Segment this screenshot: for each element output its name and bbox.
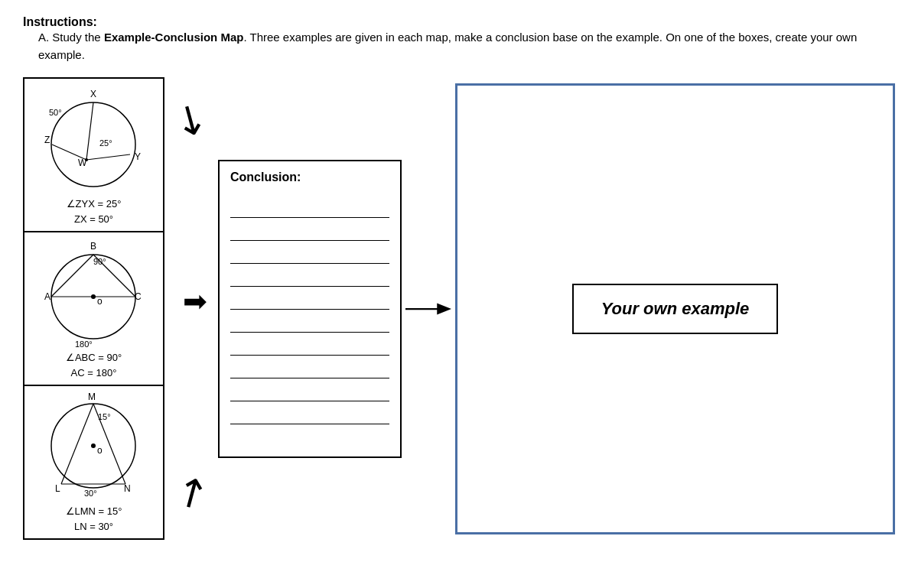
svg-text:o: o <box>97 296 103 307</box>
conclusion-line <box>230 355 389 356</box>
svg-text:180°: 180° <box>75 339 93 348</box>
big-arrow-right <box>402 297 455 320</box>
conclusion-line <box>230 401 389 401</box>
example-2-label2: AC = 180° <box>31 365 157 381</box>
svg-text:A: A <box>44 291 50 302</box>
big-arrow-svg <box>405 297 451 320</box>
conclusion-line <box>230 240 389 241</box>
conclusion-line <box>230 217 389 218</box>
circle-3: M L N o 15° 30° <box>38 391 149 502</box>
svg-text:o: o <box>97 445 103 456</box>
example-box-3: M L N o 15° 30° <box>24 386 163 538</box>
arrows-column: ↘ ➡ ↗ <box>164 83 218 534</box>
conclusion-line <box>230 309 389 310</box>
conclusion-lines <box>230 195 389 447</box>
conclusion-line <box>230 332 389 333</box>
example-box-2: B A C o 90° 180° <box>24 232 163 386</box>
svg-text:M: M <box>88 391 96 402</box>
svg-text:C: C <box>135 291 142 302</box>
example-2-label: ∠ABC = 90° AC = 180° <box>31 348 157 382</box>
conclusion-line <box>230 286 389 287</box>
example-1-label1: ∠ZYX = 25° <box>31 197 157 212</box>
your-own-example-text: Your own example <box>601 299 750 318</box>
svg-line-20 <box>93 255 135 297</box>
example-1-label: ∠ZYX = 25° ZX = 50° <box>31 194 157 228</box>
example-2-label1: ∠ABC = 90° <box>31 350 157 365</box>
instructions-bold: Example-Conclusion Map <box>104 31 244 44</box>
example-3-label: ∠LMN = 15° LN = 30° <box>31 502 157 535</box>
svg-text:Y: Y <box>135 151 141 162</box>
svg-text:30°: 30° <box>84 489 97 498</box>
main-layout: X Z Y W 50° 25° <box>23 77 895 540</box>
example-3-label2: LN = 30° <box>31 519 157 534</box>
examples-column: X Z Y W 50° 25° <box>23 77 164 540</box>
svg-point-10 <box>85 158 88 161</box>
right-panel: Your own example <box>455 83 895 534</box>
svg-point-26 <box>91 443 96 448</box>
instructions-section: Instructions: A. Study the Example-Concl… <box>23 15 895 63</box>
svg-marker-34 <box>437 303 451 314</box>
svg-text:25°: 25° <box>99 138 112 148</box>
arrow-up-diagonal: ↗ <box>167 466 216 517</box>
circle-svg-2: B A C o 90° 180° <box>38 237 149 348</box>
example-1-label2: ZX = 50° <box>31 212 157 227</box>
svg-line-9 <box>86 154 130 160</box>
svg-line-19 <box>51 255 93 297</box>
instructions-label: Instructions: <box>23 15 97 28</box>
svg-text:X: X <box>90 89 96 99</box>
instructions-body: A. Study the Example-Conclusion Map. Thr… <box>38 29 895 63</box>
svg-line-7 <box>52 145 86 160</box>
conclusion-line <box>230 424 389 424</box>
conclusion-box: Conclusion: <box>218 160 402 458</box>
svg-text:B: B <box>90 241 96 252</box>
conclusion-line <box>230 263 389 264</box>
circle-svg-3: M L N o 15° 30° <box>38 391 149 502</box>
instructions-text-a: A. Study the <box>38 31 104 44</box>
svg-line-30 <box>61 404 93 484</box>
circle-1: X Z Y W 50° 25° <box>38 83 149 194</box>
svg-point-0 <box>51 102 135 187</box>
svg-line-8 <box>86 102 93 160</box>
arrow-down-diagonal: ↘ <box>167 93 216 144</box>
svg-text:Z: Z <box>44 135 50 145</box>
svg-text:50°: 50° <box>49 108 62 117</box>
circle-2: B A C o 90° 180° <box>38 237 149 348</box>
arrow-right: ➡ <box>183 284 207 318</box>
example-3-label1: ∠LMN = 15° <box>31 504 157 519</box>
your-own-example-box[interactable]: Your own example <box>572 284 779 334</box>
example-box-1: X Z Y W 50° 25° <box>24 79 163 232</box>
conclusion-line <box>230 378 389 378</box>
conclusion-title: Conclusion: <box>230 171 301 184</box>
circle-svg-1: X Z Y W 50° 25° <box>38 83 149 194</box>
svg-text:N: N <box>124 483 131 494</box>
svg-text:L: L <box>55 483 60 494</box>
